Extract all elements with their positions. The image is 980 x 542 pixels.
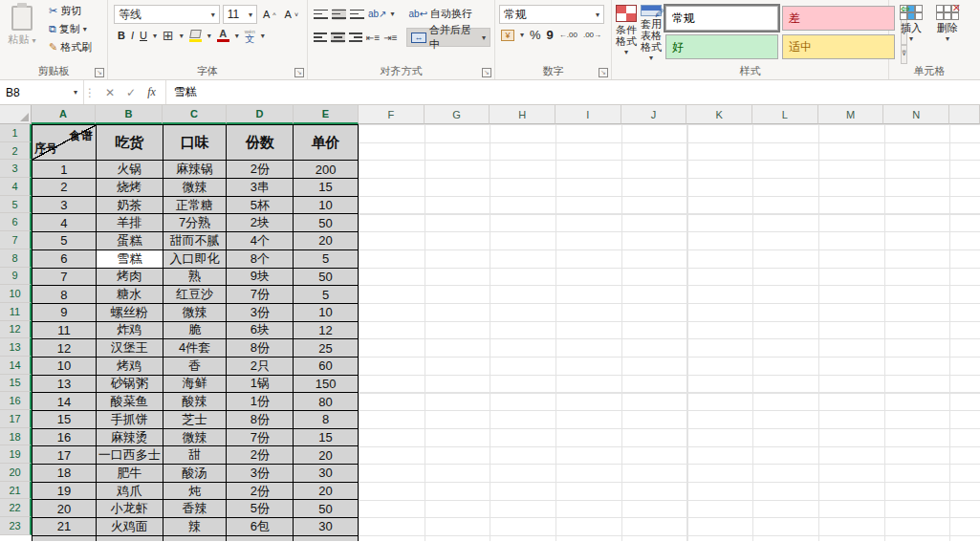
table-cell[interactable]: 香辣	[163, 500, 228, 518]
increase-decimal-button[interactable]: ←.00	[559, 31, 577, 39]
table-cell[interactable]: 肥牛	[97, 465, 163, 483]
row-header-21[interactable]: 21	[0, 482, 32, 500]
row-header-14[interactable]: 14	[0, 357, 32, 375]
table-cell[interactable]: 17	[33, 446, 97, 465]
table-cell[interactable]: 蛋糕	[97, 232, 163, 250]
table-cell[interactable]: 25	[294, 339, 359, 358]
table-cell[interactable]: 8	[33, 286, 97, 304]
table-cell[interactable]: 6包	[227, 518, 294, 536]
column-header-J[interactable]: J	[621, 105, 687, 124]
select-all-button[interactable]	[0, 105, 32, 124]
style-gallery-item-1[interactable]: 差	[782, 6, 895, 31]
table-cell[interactable]: 烤肉	[97, 269, 163, 287]
table-cell[interactable]: 微辣	[163, 179, 228, 197]
table-cell[interactable]: 60	[294, 358, 359, 376]
table-cell[interactable]: 7份	[227, 286, 294, 304]
column-header-partial[interactable]	[949, 105, 980, 124]
table-cell[interactable]: 3份	[227, 465, 294, 483]
italic-button[interactable]: I	[131, 30, 134, 41]
column-header-E[interactable]: E	[294, 105, 359, 124]
table-cell[interactable]: 甜	[163, 446, 228, 465]
diagonal-header-cell[interactable]: 食谱序号	[33, 125, 97, 161]
row-header-18[interactable]: 18	[0, 428, 32, 446]
orientation-button[interactable]: ab↗	[368, 9, 387, 19]
table-cell[interactable]: 16	[33, 429, 97, 447]
table-cell[interactable]: 鸡爪	[97, 483, 163, 501]
table-cell[interactable]: 海鲜	[163, 376, 228, 394]
table-header-cell[interactable]: 吃货	[97, 125, 163, 161]
table-cell[interactable]: 螺丝粉	[97, 304, 163, 322]
table-cell[interactable]: 12	[294, 322, 359, 340]
conditional-format-button[interactable]: 条件格式▾	[616, 2, 637, 64]
row-header-1[interactable]: 1	[0, 124, 32, 142]
row-header-20[interactable]: 20	[0, 464, 32, 482]
table-cell[interactable]: 2份	[227, 483, 294, 501]
table-cell[interactable]: 10	[294, 197, 359, 215]
column-header-C[interactable]: C	[163, 105, 227, 124]
table-cell-clipped[interactable]	[227, 536, 294, 541]
row-header-5[interactable]: 5	[0, 196, 32, 214]
formula-input[interactable]: 雪糕	[166, 80, 980, 104]
table-cell[interactable]: 20	[294, 483, 359, 501]
table-cell[interactable]: 6块	[227, 322, 294, 340]
comma-button[interactable]: 9	[547, 28, 554, 42]
table-cell[interactable]: 微辣	[163, 304, 228, 322]
table-cell[interactable]: 5	[33, 232, 97, 250]
table-cell[interactable]: 15	[33, 411, 97, 429]
row-header-17[interactable]: 17	[0, 410, 32, 428]
insert-cells-button[interactable]: 插入▾	[893, 2, 929, 64]
cut-button[interactable]: ✂剪切	[46, 2, 103, 20]
style-gallery-item-0[interactable]: 常规	[665, 6, 778, 31]
table-cell[interactable]: 1份	[227, 393, 294, 411]
table-cell[interactable]: 20	[294, 446, 359, 465]
table-cell[interactable]: 火鸡面	[97, 518, 163, 536]
percent-button[interactable]: %	[530, 28, 541, 42]
table-header-cell[interactable]: 单价	[294, 125, 359, 161]
table-cell[interactable]: 小龙虾	[97, 500, 163, 518]
row-header-4[interactable]: 4	[0, 178, 32, 196]
column-header-N[interactable]: N	[883, 105, 949, 124]
paste-button[interactable]: 粘贴 ▾	[6, 6, 38, 47]
decrease-decimal-button[interactable]: .00→	[583, 31, 601, 39]
table-cell[interactable]: 15	[294, 179, 359, 197]
table-cell[interactable]: 50	[294, 500, 359, 518]
shrink-font-button[interactable]: A˅	[282, 5, 301, 24]
cancel-button[interactable]: ✕	[105, 86, 115, 99]
row-header-3[interactable]: 3	[0, 160, 32, 178]
table-cell[interactable]: 糖水	[97, 286, 163, 304]
table-cell[interactable]: 一口西多士	[97, 446, 163, 465]
table-cell[interactable]: 5杯	[227, 197, 294, 215]
table-cell[interactable]: 14	[33, 393, 97, 411]
column-header-F[interactable]: F	[359, 105, 425, 124]
table-cell[interactable]: 红豆沙	[163, 286, 228, 304]
font-dialog-launcher[interactable]: ↘	[294, 68, 304, 77]
row-header-19[interactable]: 19	[0, 445, 32, 464]
grow-font-button[interactable]: A^	[260, 5, 279, 24]
table-cell[interactable]: 酸菜鱼	[97, 393, 163, 411]
table-cell[interactable]: 21	[33, 518, 97, 536]
table-cell[interactable]: 8个	[227, 250, 294, 269]
table-cell[interactable]: 3	[33, 197, 97, 215]
table-cell[interactable]: 羊排	[97, 214, 163, 232]
table-cell[interactable]: 6	[33, 250, 97, 269]
table-cell[interactable]: 8份	[227, 339, 294, 358]
table-cell-clipped[interactable]	[33, 536, 97, 541]
alignment-dialog-launcher[interactable]: ↘	[482, 68, 491, 77]
table-cell-clipped[interactable]	[294, 536, 359, 541]
table-cell[interactable]: 入口即化	[163, 250, 228, 269]
table-header-cell[interactable]: 口味	[163, 125, 228, 161]
row-header-2[interactable]: 2	[0, 142, 32, 161]
table-cell[interactable]: 酸辣	[163, 393, 228, 411]
table-cell[interactable]: 2	[33, 179, 97, 197]
table-cell[interactable]: 8	[294, 411, 359, 429]
accounting-format-button[interactable]: ¥	[501, 30, 514, 41]
table-cell[interactable]: 7	[33, 269, 97, 287]
delete-cells-button[interactable]: 删除▾	[929, 2, 966, 64]
table-cell[interactable]: 8份	[227, 411, 294, 429]
table-cell-clipped[interactable]	[163, 536, 228, 541]
font-size-select[interactable]: 11▾	[223, 5, 257, 24]
table-cell-clipped[interactable]	[97, 536, 163, 541]
align-left-button[interactable]	[314, 32, 327, 43]
align-center-button[interactable]	[331, 32, 344, 43]
table-cell[interactable]: 脆	[163, 322, 228, 340]
